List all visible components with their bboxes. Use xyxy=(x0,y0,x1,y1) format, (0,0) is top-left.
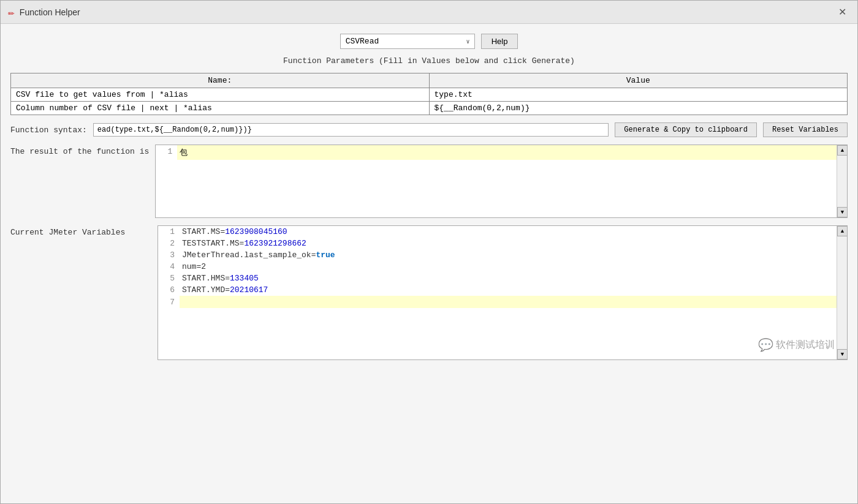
var-key-1: START.MS= xyxy=(182,227,225,236)
col-value-header: Value xyxy=(429,73,848,88)
params-table: Name: Value CSV file to get values from … xyxy=(10,73,848,115)
result-section: The result of the function is 1 包 ▲ ▼ xyxy=(10,145,848,218)
params-title: Function Parameters (Fill in Values belo… xyxy=(10,56,848,66)
var-scroll-down[interactable]: ▼ xyxy=(837,349,847,359)
top-controls: CSVRead Random RandomString Help xyxy=(10,34,848,49)
variables-label: Current JMeter Variables xyxy=(10,225,151,237)
help-button[interactable]: Help xyxy=(481,34,518,49)
title-bar: ✏️ Function Helper ✕ xyxy=(1,1,857,24)
var-key-4: num= xyxy=(182,262,201,271)
scroll-track xyxy=(837,156,847,207)
param-value-input-1[interactable] xyxy=(435,90,843,99)
result-box: 1 包 ▲ ▼ xyxy=(155,145,848,218)
generate-copy-button[interactable]: Generate & Copy to clipboard xyxy=(615,122,757,137)
variables-scrollbar[interactable]: ▲ ▼ xyxy=(837,226,847,359)
var-val-1: 1623908045160 xyxy=(225,227,287,236)
main-window: ✏️ Function Helper ✕ CSVRead Random Rand… xyxy=(0,0,858,504)
var-key-6: START.YMD= xyxy=(182,285,230,295)
scroll-down-arrow[interactable]: ▼ xyxy=(837,207,847,217)
param-name-1: CSV file to get values from | *alias xyxy=(11,88,430,102)
scroll-up-arrow[interactable]: ▲ xyxy=(837,145,847,156)
var-key-3: JMeterThread.last_sample_ok= xyxy=(182,250,316,260)
var-scroll-up[interactable]: ▲ xyxy=(837,226,847,236)
col-name-header: Name: xyxy=(11,73,430,88)
param-name-2: Column number of CSV file | next | *alia… xyxy=(11,102,430,115)
function-select-wrapper: CSVRead Random RandomString xyxy=(340,34,475,49)
variables-box: 1 START.MS=1623908045160 2 TESTSTART.MS=… xyxy=(158,225,848,360)
var-line-3: 3 JMeterThread.last_sample_ok=true xyxy=(158,249,847,261)
var-line-2: 2 TESTSTART.MS=1623921298662 xyxy=(158,238,847,249)
app-icon: ✏️ xyxy=(8,6,15,19)
var-val-6: 20210617 xyxy=(230,285,268,295)
result-scrollbar[interactable]: ▲ ▼ xyxy=(837,145,847,217)
result-line-1: 1 包 xyxy=(156,145,847,160)
var-line-1: 1 START.MS=1623908045160 xyxy=(158,226,847,238)
var-line-4: 4 num=2 xyxy=(158,261,847,273)
close-button[interactable]: ✕ xyxy=(835,6,850,18)
syntax-label: Function syntax: xyxy=(10,126,87,135)
var-line-7: 7 xyxy=(158,296,847,308)
param-value-2[interactable] xyxy=(429,102,848,115)
var-line-5: 5 START.HMS=133405 xyxy=(158,273,847,284)
table-row: Column number of CSV file | next | *alia… xyxy=(11,102,848,115)
var-content-7 xyxy=(180,296,847,308)
title-bar-left: ✏️ Function Helper xyxy=(8,6,80,19)
variables-section: Current JMeter Variables 1 START.MS=1623… xyxy=(10,225,848,494)
var-val-4: 2 xyxy=(201,262,206,271)
var-val-2: 1623921298662 xyxy=(244,239,306,248)
syntax-input[interactable] xyxy=(93,123,609,137)
var-val-5: 133405 xyxy=(230,274,259,283)
result-content-1: 包 xyxy=(177,145,847,160)
var-key-5: START.HMS= xyxy=(182,274,230,283)
function-select[interactable]: CSVRead Random RandomString xyxy=(340,34,475,49)
main-content: CSVRead Random RandomString Help Functio… xyxy=(1,24,857,503)
reset-variables-button[interactable]: Reset Variables xyxy=(763,122,848,137)
window-title: Function Helper xyxy=(20,7,80,17)
table-row: CSV file to get values from | *alias xyxy=(11,88,848,102)
result-label: The result of the function is xyxy=(10,145,149,156)
var-key-2: TESTSTART.MS= xyxy=(182,239,244,248)
param-value-input-2[interactable] xyxy=(435,103,843,113)
result-linenum-1: 1 xyxy=(156,145,177,160)
var-scroll-track xyxy=(837,236,847,349)
syntax-row: Function syntax: Generate & Copy to clip… xyxy=(10,122,848,137)
var-val-3: true xyxy=(316,250,335,260)
param-value-1[interactable] xyxy=(429,88,848,102)
var-line-6: 6 START.YMD=20210617 xyxy=(158,284,847,296)
